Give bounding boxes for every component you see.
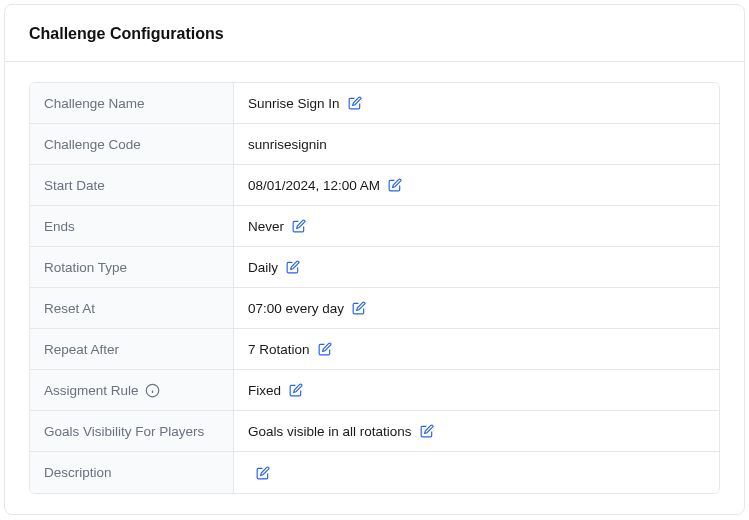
label-text: Repeat After: [44, 342, 119, 357]
label-reset-at: Reset At: [30, 288, 234, 328]
value-reset-at: 07:00 every day: [234, 288, 719, 328]
value-text: Never: [248, 219, 284, 234]
value-assignment-rule: Fixed: [234, 370, 719, 410]
value-text: Daily: [248, 260, 278, 275]
config-table: Challenge Name Sunrise Sign In Challenge…: [29, 82, 720, 494]
value-text: Goals visible in all rotations: [248, 424, 412, 439]
value-challenge-code: sunrisesignin: [234, 124, 719, 164]
edit-goals-visibility-button[interactable]: [420, 424, 434, 438]
pencil-icon: [286, 260, 300, 274]
value-text: Fixed: [248, 383, 281, 398]
challenge-config-card: Challenge Configurations Challenge Name …: [4, 4, 745, 515]
row-repeat-after: Repeat After 7 Rotation: [30, 329, 719, 370]
label-text: Challenge Name: [44, 96, 145, 111]
label-text: Goals Visibility For Players: [44, 424, 204, 439]
label-text: Ends: [44, 219, 75, 234]
value-text: sunrisesignin: [248, 137, 327, 152]
row-assignment-rule: Assigment Rule Fixed: [30, 370, 719, 411]
value-text: 7 Rotation: [248, 342, 310, 357]
label-text: Assigment Rule: [44, 383, 139, 398]
row-goals-visibility: Goals Visibility For Players Goals visib…: [30, 411, 719, 452]
label-description: Description: [30, 452, 234, 493]
edit-start-date-button[interactable]: [388, 178, 402, 192]
edit-ends-button[interactable]: [292, 219, 306, 233]
row-challenge-name: Challenge Name Sunrise Sign In: [30, 83, 719, 124]
pencil-icon: [352, 301, 366, 315]
value-goals-visibility: Goals visible in all rotations: [234, 411, 719, 451]
row-rotation-type: Rotation Type Daily: [30, 247, 719, 288]
row-reset-at: Reset At 07:00 every day: [30, 288, 719, 329]
pencil-icon: [256, 466, 270, 480]
pencil-icon: [292, 219, 306, 233]
row-challenge-code: Challenge Code sunrisesignin: [30, 124, 719, 165]
card-title: Challenge Configurations: [29, 25, 720, 43]
edit-challenge-name-button[interactable]: [348, 96, 362, 110]
value-ends: Never: [234, 206, 719, 246]
edit-assignment-rule-button[interactable]: [289, 383, 303, 397]
row-ends: Ends Never: [30, 206, 719, 247]
pencil-icon: [289, 383, 303, 397]
label-challenge-code: Challenge Code: [30, 124, 234, 164]
label-ends: Ends: [30, 206, 234, 246]
label-assignment-rule: Assigment Rule: [30, 370, 234, 410]
pencil-icon: [388, 178, 402, 192]
label-text: Reset At: [44, 301, 95, 316]
label-text: Challenge Code: [44, 137, 141, 152]
value-rotation-type: Daily: [234, 247, 719, 287]
row-start-date: Start Date 08/01/2024, 12:00 AM: [30, 165, 719, 206]
pencil-icon: [348, 96, 362, 110]
edit-rotation-type-button[interactable]: [286, 260, 300, 274]
row-description: Description: [30, 452, 719, 493]
value-text: Sunrise Sign In: [248, 96, 340, 111]
pencil-icon: [318, 342, 332, 356]
value-repeat-after: 7 Rotation: [234, 329, 719, 369]
value-description: [234, 452, 719, 493]
label-challenge-name: Challenge Name: [30, 83, 234, 123]
card-body: Challenge Name Sunrise Sign In Challenge…: [5, 62, 744, 514]
card-header: Challenge Configurations: [5, 5, 744, 62]
label-text: Start Date: [44, 178, 105, 193]
label-text: Rotation Type: [44, 260, 127, 275]
pencil-icon: [420, 424, 434, 438]
label-rotation-type: Rotation Type: [30, 247, 234, 287]
value-challenge-name: Sunrise Sign In: [234, 83, 719, 123]
edit-description-button[interactable]: [256, 466, 270, 480]
label-repeat-after: Repeat After: [30, 329, 234, 369]
info-icon[interactable]: [145, 383, 160, 398]
value-start-date: 08/01/2024, 12:00 AM: [234, 165, 719, 205]
edit-reset-at-button[interactable]: [352, 301, 366, 315]
value-text: 08/01/2024, 12:00 AM: [248, 178, 380, 193]
label-text: Description: [44, 465, 112, 480]
label-goals-visibility: Goals Visibility For Players: [30, 411, 234, 451]
value-text: 07:00 every day: [248, 301, 344, 316]
label-start-date: Start Date: [30, 165, 234, 205]
edit-repeat-after-button[interactable]: [318, 342, 332, 356]
